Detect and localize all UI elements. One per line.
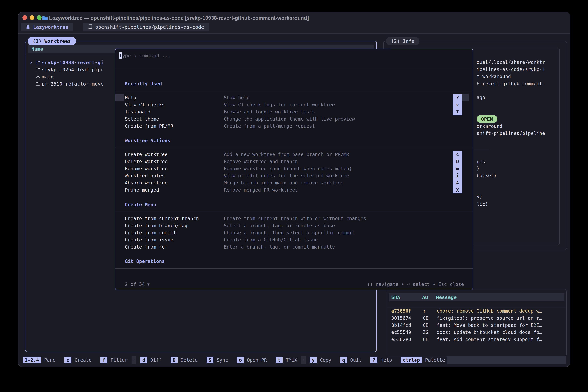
command-palette: Type a command ... Recently Used Help Sh… (115, 48, 473, 290)
worktrees-pane-badge[interactable]: (1) Worktrees (27, 37, 76, 45)
command-input-placeholder: ype a command ... (122, 53, 171, 58)
folder-outline-icon (35, 60, 40, 65)
item-desc: Change the application theme with live p… (224, 116, 355, 122)
item-name: Create from PR/MR (125, 123, 224, 129)
item-desc: Create from a GitHub/GitLab issue (224, 237, 318, 242)
key-label: Delete (181, 357, 198, 363)
palette-item-absorb-worktree[interactable]: Absorb worktree Merge branch into main a… (115, 179, 473, 186)
palette-item-worktree-notes[interactable]: Worktree notes View or edit notes for th… (115, 172, 473, 179)
key-label: Diff (150, 357, 162, 363)
section-divider (115, 212, 473, 212)
palette-position: 2 of 54 ▼ (125, 282, 150, 287)
section-title: Create Menu (115, 201, 473, 208)
item-name: Worktree notes (125, 173, 224, 178)
item-name: Create worktree (125, 152, 224, 157)
commit-message: feat: Move back to startpaac for E2E… (437, 322, 565, 328)
commits-header-sha: SHA (391, 294, 422, 300)
download-tray-icon (35, 74, 40, 79)
palette-item-prune-merged[interactable]: Prune merged Remove merged PR worktrees … (115, 186, 473, 194)
folder-outline-icon (35, 67, 40, 72)
item-desc: Choose a branch, then select a specific … (224, 230, 355, 236)
tab-repo[interactable]: openshift-pipelines/pipelines-as-code (83, 23, 209, 31)
commit-message: fix(gitea): preserve source_url on r… (437, 315, 565, 321)
item-name: Delete worktree (125, 159, 224, 164)
folder-icon (42, 15, 48, 21)
palette-item-create-from-pr-mr[interactable]: Create from PR/MR Create from a pull/mer… (115, 122, 473, 130)
palette-item-rename-worktree[interactable]: Rename worktree Rename worktree (and bra… (115, 165, 473, 172)
statusbar-separator-dot: · (301, 356, 306, 364)
palette-item-create-from-ref[interactable]: Create from ref Enter a branch, tag, or … (115, 243, 473, 250)
statusbar-item-create[interactable]: c Create (64, 357, 92, 363)
key-label: TMUX (286, 357, 297, 363)
statusbar-item-tmux[interactable]: t TMUX (276, 357, 297, 363)
key-label: Filter (111, 357, 128, 363)
palette-item-create-from-current-branch[interactable]: Create from current branch Create from c… (115, 215, 473, 222)
statusbar-item-quit[interactable]: q Quit (340, 357, 362, 363)
folder-outline-icon (35, 81, 40, 86)
item-desc: Create from a pull/merge request (224, 123, 315, 129)
zoom-window-button[interactable] (37, 15, 42, 20)
window-title: Lazyworktree — openshift-pipelines/pipel… (49, 15, 309, 21)
info-pane-badge[interactable]: (2) Info (386, 37, 419, 45)
statusbar-item-sync[interactable]: S Sync (206, 357, 228, 363)
key-label: Palette (425, 357, 445, 363)
tab-app[interactable]: Lazyworktree (21, 23, 73, 31)
section-title: Git Operations (115, 258, 473, 265)
commit-author: CB (423, 315, 437, 321)
item-name: Create from issue (125, 237, 224, 242)
statusbar-item-open-pr[interactable]: o Open PR (237, 357, 267, 363)
palette-item-view-ci-checks[interactable]: View CI checks View CI check logs for cu… (115, 101, 473, 108)
shortcut-key-badge: m (453, 165, 462, 172)
tree-icon (25, 24, 30, 30)
palette-hints: ↑↓ navigate • ⏎ select • Esc close (367, 282, 464, 287)
item-desc: View or edit notes for the selected work… (224, 173, 349, 178)
palette-item-create-from-branch-tag[interactable]: Create from branch/tag Select a branch, … (115, 222, 473, 229)
commit-message: docs: update bitbucket cloud docs fo… (437, 330, 565, 335)
commit-row[interactable]: e5302e0 CB feat: Add comment strategy su… (387, 336, 565, 343)
palette-section-create-menu: Create Menu Create from current branch C… (115, 201, 473, 208)
statusbar-item-help[interactable]: ? Help (371, 357, 392, 363)
statusbar-item-delete[interactable]: D Delete (171, 357, 198, 363)
item-name: Create from branch/tag (125, 223, 224, 228)
commits-header-author: Au (422, 294, 436, 300)
item-name: Prune merged (125, 187, 224, 193)
section-title: Worktree Actions (115, 137, 473, 144)
item-name: Create from ref (125, 244, 224, 250)
close-window-button[interactable] (22, 15, 27, 20)
commits-table-header: SHA Au Message (389, 293, 564, 302)
scrollbar-thumb[interactable] (462, 94, 469, 101)
palette-item-select-theme[interactable]: Select theme Change the application them… (115, 115, 473, 122)
item-name: Help (125, 95, 224, 100)
item-desc: Rename worktree (and branch when names m… (224, 166, 352, 172)
shortcut-key-badge: D (453, 158, 462, 165)
item-name: Absorb worktree (125, 180, 224, 186)
statusbar-item-filter[interactable]: f Filter (100, 357, 128, 363)
statusbar-item-palette[interactable]: ctrl+p Palette (401, 357, 445, 363)
statusbar-item-diff[interactable]: d Diff (140, 357, 162, 363)
palette-item-create-worktree[interactable]: Create worktree Add a new worktree from … (115, 151, 473, 158)
tab-app-label: Lazyworktree (33, 24, 68, 30)
palette-item-help[interactable]: Help Show help ? (115, 94, 473, 101)
palette-item-delete-worktree[interactable]: Delete worktree Remove worktree and bran… (115, 158, 473, 165)
worktree-name: srvkp-10264-feat-pipe (42, 67, 104, 72)
command-input[interactable]: Type a command ... (119, 51, 171, 60)
minimize-window-button[interactable] (30, 15, 34, 20)
palette-item-create-from-commit[interactable]: Create from commit Choose a branch, then… (115, 229, 473, 236)
statusbar-item-pane[interactable]: 1-2,4 Pane (23, 357, 56, 363)
palette-item-create-from-issue[interactable]: Create from issue Create from a GitHub/G… (115, 236, 473, 243)
unpushed-arrow-icon: ↑ (423, 308, 437, 314)
item-desc: Browse and toggle worktree tasks (224, 109, 315, 114)
commit-row[interactable]: 8b14fcd CB feat: Move back to startpaac … (387, 322, 565, 329)
chrome-divider (18, 34, 570, 34)
palette-item-taskboard[interactable]: Taskboard Browse and toggle worktree tas… (115, 108, 473, 115)
commit-row[interactable]: 3015674 CB fix(gitea): preserve source_u… (387, 314, 565, 322)
item-name: Create from current branch (125, 216, 224, 221)
palette-section-git-operations: Git Operations (115, 258, 473, 265)
statusbar-item-copy[interactable]: y Copy (310, 357, 331, 363)
key-badge: f (100, 357, 107, 363)
commit-row[interactable]: a73850f ↑ chore: remove GitHub comment d… (387, 308, 565, 314)
worktree-name: pr-2510-refactor-move (42, 81, 104, 87)
commit-row[interactable]: ec55549 ZS docs: update bitbucket cloud … (387, 329, 565, 336)
commit-sha: 8b14fcd (391, 322, 423, 328)
palette-section-recently-used: Recently Used Help Show help ? View CI c… (115, 80, 473, 87)
